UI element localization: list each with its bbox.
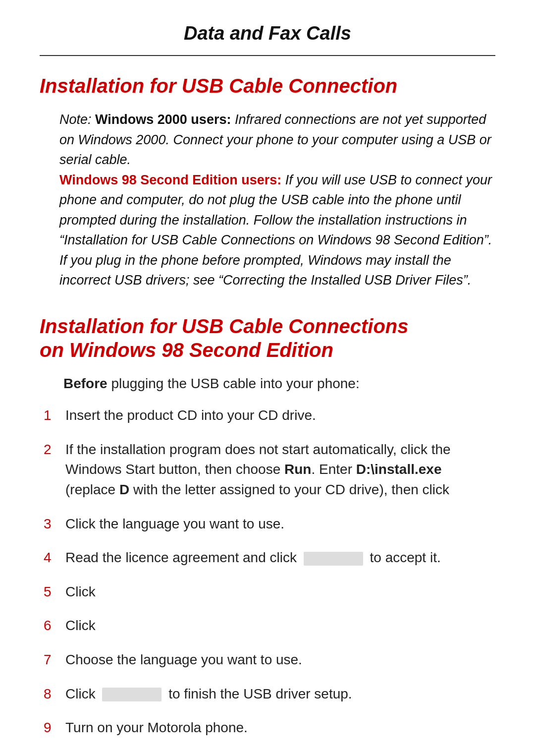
step-text: If the installation program does not sta… — [65, 440, 495, 500]
section1-heading: Installation for USB Cable Connection — [40, 74, 495, 98]
list-item: 9 Turn on your Motorola phone. — [40, 718, 495, 738]
step-number: 6 — [40, 616, 65, 636]
before-rest: plugging the USB cable into your phone: — [107, 376, 360, 391]
step-text: Click — [65, 616, 495, 636]
list-item: 5 Click — [40, 582, 495, 602]
page-title: Data and Fax Calls — [40, 20, 495, 56]
steps-list: 1 Insert the product CD into your CD dri… — [40, 406, 495, 738]
step-number: 1 — [40, 406, 65, 426]
section2: Installation for USB Cable Connections o… — [40, 314, 495, 738]
list-item: 7 Choose the language you want to use. — [40, 650, 495, 670]
step-number: 8 — [40, 684, 65, 704]
before-bold: Before — [63, 376, 107, 391]
step-number: 7 — [40, 650, 65, 670]
list-item: 6 Click — [40, 616, 495, 636]
note-block: Note: Windows 2000 users: Infrared conne… — [59, 110, 495, 291]
note-win98-label: Windows 98 Second Edition users: — [59, 173, 281, 187]
path-bold: D:\ — [356, 462, 374, 477]
step-text: Click the language you want to use. — [65, 514, 495, 534]
step-text: Click — [65, 582, 495, 602]
step-text: Click to finish the USB driver setup. — [65, 684, 495, 704]
step-number: 9 — [40, 718, 65, 738]
step-number: 5 — [40, 582, 65, 602]
step-text: Choose the language you want to use. — [65, 650, 495, 670]
list-item: 8 Click to finish the USB driver setup. — [40, 684, 495, 704]
button-placeholder-8 — [102, 688, 161, 701]
note-win98-text: If you will use USB to connect your phon… — [59, 173, 492, 288]
run-bold: Run — [284, 462, 311, 477]
step-text: Read the licence agreement and click to … — [65, 548, 495, 568]
list-item: 2 If the installation program does not s… — [40, 440, 495, 500]
step-number: 3 — [40, 514, 65, 534]
step-text: Insert the product CD into your CD drive… — [65, 406, 495, 426]
list-item: 3 Click the language you want to use. — [40, 514, 495, 534]
section2-heading: Installation for USB Cable Connections o… — [40, 314, 495, 362]
list-item: 4 Read the licence agreement and click t… — [40, 548, 495, 568]
step-number: 4 — [40, 548, 65, 568]
list-item: 1 Insert the product CD into your CD dri… — [40, 406, 495, 426]
step-number: 2 — [40, 440, 65, 460]
installexe-bold: install.exe — [374, 462, 441, 477]
note-label: Note: — [59, 112, 92, 127]
step-text: Turn on your Motorola phone. — [65, 718, 495, 738]
d-bold: D — [119, 482, 129, 497]
button-placeholder — [304, 552, 363, 566]
before-text: Before plugging the USB cable into your … — [63, 374, 495, 394]
note-win2000-label: Windows 2000 users: — [95, 112, 231, 127]
